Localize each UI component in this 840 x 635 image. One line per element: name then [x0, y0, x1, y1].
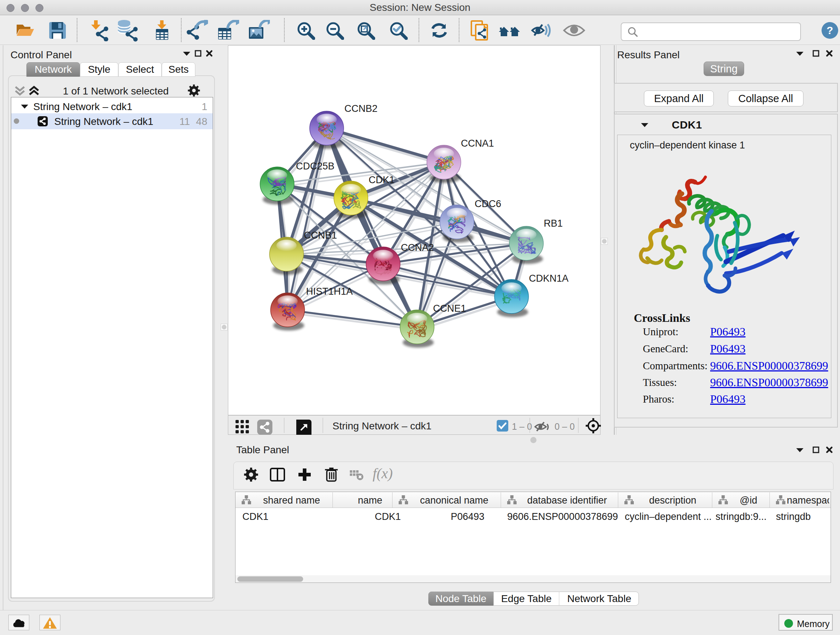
svg-text:HIST1H1A: HIST1H1A [306, 286, 353, 297]
svg-text:CDC6: CDC6 [475, 198, 501, 209]
svg-text:CCNA1: CCNA1 [461, 138, 494, 149]
svg-text:CCNB1: CCNB1 [304, 230, 337, 241]
svg-text:CCNB2: CCNB2 [344, 103, 378, 114]
svg-text:RB1: RB1 [544, 218, 563, 229]
svg-text:CDC25B: CDC25B [296, 161, 335, 172]
svg-text:?: ? [827, 24, 833, 36]
svg-text:CCNE1: CCNE1 [433, 303, 466, 314]
svg-text:CCNA2: CCNA2 [401, 242, 434, 253]
svg-text:CDK1: CDK1 [369, 174, 395, 185]
svg-text:CDKN1A: CDKN1A [529, 273, 569, 284]
